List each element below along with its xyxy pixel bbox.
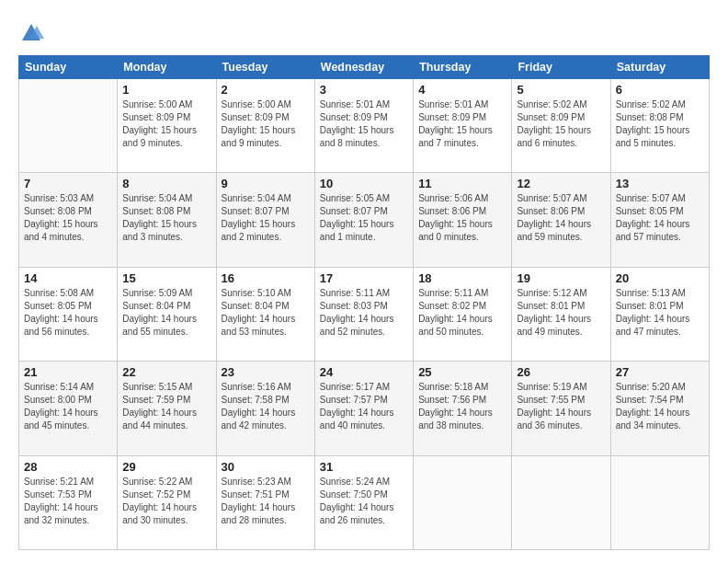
cell-info: Sunrise: 5:09 AMSunset: 8:04 PMDaylight:… (122, 287, 210, 339)
cell-info: Sunrise: 5:00 AMSunset: 8:09 PMDaylight:… (222, 98, 310, 150)
day-number: 19 (517, 271, 605, 285)
calendar-cell: 4Sunrise: 5:01 AMSunset: 8:09 PMDaylight… (414, 79, 512, 173)
calendar-cell (414, 455, 512, 549)
calendar-cell: 22Sunrise: 5:15 AMSunset: 7:59 PMDayligh… (118, 362, 216, 455)
calendar-cell: 16Sunrise: 5:10 AMSunset: 8:04 PMDayligh… (216, 267, 314, 361)
cell-info: Sunrise: 5:10 AMSunset: 8:04 PMDaylight:… (222, 287, 310, 339)
calendar-day-header: Friday (512, 56, 610, 79)
day-number: 3 (320, 83, 408, 97)
day-number: 26 (517, 365, 605, 379)
day-number: 29 (122, 460, 210, 474)
calendar-cell: 20Sunrise: 5:13 AMSunset: 8:01 PMDayligh… (610, 267, 709, 361)
day-number: 23 (222, 365, 310, 379)
calendar-week-row: 28Sunrise: 5:21 AMSunset: 7:53 PMDayligh… (19, 455, 710, 549)
day-number: 5 (517, 83, 605, 97)
calendar-day-header: Sunday (19, 56, 118, 79)
calendar-cell: 7Sunrise: 5:03 AMSunset: 8:08 PMDaylight… (19, 173, 118, 267)
cell-info: Sunrise: 5:16 AMSunset: 7:58 PMDaylight:… (222, 381, 310, 432)
calendar-cell: 8Sunrise: 5:04 AMSunset: 8:08 PMDaylight… (118, 173, 216, 267)
calendar-cell: 21Sunrise: 5:14 AMSunset: 8:00 PMDayligh… (19, 362, 118, 455)
calendar-cell: 30Sunrise: 5:23 AMSunset: 7:51 PMDayligh… (216, 455, 314, 549)
day-number: 30 (222, 460, 310, 474)
calendar-day-header: Tuesday (216, 56, 314, 79)
calendar-cell: 11Sunrise: 5:06 AMSunset: 8:06 PMDayligh… (414, 173, 512, 267)
cell-info: Sunrise: 5:12 AMSunset: 8:01 PMDaylight:… (517, 287, 605, 339)
day-number: 15 (122, 271, 210, 285)
cell-info: Sunrise: 5:23 AMSunset: 7:51 PMDaylight:… (222, 476, 310, 527)
cell-info: Sunrise: 5:02 AMSunset: 8:08 PMDaylight:… (616, 98, 704, 150)
day-number: 16 (222, 271, 310, 285)
cell-info: Sunrise: 5:21 AMSunset: 7:53 PMDaylight:… (24, 476, 112, 527)
logo (18, 20, 46, 46)
day-number: 7 (24, 177, 112, 190)
day-number: 8 (122, 177, 210, 190)
calendar-cell: 10Sunrise: 5:05 AMSunset: 8:07 PMDayligh… (314, 173, 413, 267)
day-number: 20 (616, 271, 704, 285)
cell-info: Sunrise: 5:07 AMSunset: 8:06 PMDaylight:… (517, 192, 605, 244)
day-number: 28 (24, 460, 112, 474)
day-number: 11 (418, 177, 506, 190)
calendar-day-header: Monday (118, 56, 216, 79)
cell-info: Sunrise: 5:01 AMSunset: 8:09 PMDaylight:… (320, 98, 408, 150)
calendar-week-row: 14Sunrise: 5:08 AMSunset: 8:05 PMDayligh… (19, 267, 710, 361)
calendar-week-row: 21Sunrise: 5:14 AMSunset: 8:00 PMDayligh… (19, 362, 710, 455)
day-number: 4 (418, 83, 506, 97)
day-number: 12 (517, 177, 605, 190)
calendar-cell (512, 455, 610, 549)
cell-info: Sunrise: 5:20 AMSunset: 7:54 PMDaylight:… (616, 381, 704, 432)
cell-info: Sunrise: 5:01 AMSunset: 8:09 PMDaylight:… (418, 98, 506, 150)
cell-info: Sunrise: 5:04 AMSunset: 8:08 PMDaylight:… (122, 192, 210, 244)
calendar-cell: 3Sunrise: 5:01 AMSunset: 8:09 PMDaylight… (314, 79, 413, 173)
calendar-cell: 6Sunrise: 5:02 AMSunset: 8:08 PMDaylight… (610, 79, 709, 173)
cell-info: Sunrise: 5:02 AMSunset: 8:09 PMDaylight:… (517, 98, 605, 150)
calendar-cell: 17Sunrise: 5:11 AMSunset: 8:03 PMDayligh… (314, 267, 413, 361)
day-number: 21 (24, 365, 112, 379)
calendar-day-header: Saturday (610, 56, 709, 79)
calendar-cell: 29Sunrise: 5:22 AMSunset: 7:52 PMDayligh… (118, 455, 216, 549)
day-number: 31 (320, 460, 408, 474)
calendar-cell: 1Sunrise: 5:00 AMSunset: 8:09 PMDaylight… (118, 79, 216, 173)
calendar-cell: 28Sunrise: 5:21 AMSunset: 7:53 PMDayligh… (19, 455, 118, 549)
day-number: 6 (616, 83, 704, 97)
day-number: 2 (222, 83, 310, 97)
calendar-week-row: 7Sunrise: 5:03 AMSunset: 8:08 PMDaylight… (19, 173, 710, 267)
day-number: 17 (320, 271, 408, 285)
calendar-cell (19, 79, 118, 173)
calendar-cell: 24Sunrise: 5:17 AMSunset: 7:57 PMDayligh… (314, 362, 413, 455)
calendar-cell: 12Sunrise: 5:07 AMSunset: 8:06 PMDayligh… (512, 173, 610, 267)
logo-icon (18, 20, 44, 46)
cell-info: Sunrise: 5:03 AMSunset: 8:08 PMDaylight:… (24, 192, 112, 244)
calendar-table: SundayMondayTuesdayWednesdayThursdayFrid… (18, 55, 710, 550)
cell-info: Sunrise: 5:14 AMSunset: 8:00 PMDaylight:… (24, 381, 112, 432)
calendar-cell: 18Sunrise: 5:11 AMSunset: 8:02 PMDayligh… (414, 267, 512, 361)
cell-info: Sunrise: 5:08 AMSunset: 8:05 PMDaylight:… (24, 287, 112, 339)
cell-info: Sunrise: 5:15 AMSunset: 7:59 PMDaylight:… (122, 381, 210, 432)
day-number: 14 (24, 271, 112, 285)
day-number: 18 (418, 271, 506, 285)
day-number: 1 (122, 83, 210, 97)
calendar-cell: 13Sunrise: 5:07 AMSunset: 8:05 PMDayligh… (610, 173, 709, 267)
calendar-cell: 26Sunrise: 5:19 AMSunset: 7:55 PMDayligh… (512, 362, 610, 455)
calendar-cell: 9Sunrise: 5:04 AMSunset: 8:07 PMDaylight… (216, 173, 314, 267)
calendar-cell: 15Sunrise: 5:09 AMSunset: 8:04 PMDayligh… (118, 267, 216, 361)
day-number: 13 (616, 177, 704, 190)
calendar-cell (610, 455, 709, 549)
day-number: 22 (122, 365, 210, 379)
day-number: 25 (418, 365, 506, 379)
page: SundayMondayTuesdayWednesdayThursdayFrid… (0, 0, 728, 563)
cell-info: Sunrise: 5:11 AMSunset: 8:02 PMDaylight:… (418, 287, 506, 339)
cell-info: Sunrise: 5:18 AMSunset: 7:56 PMDaylight:… (418, 381, 506, 432)
day-number: 24 (320, 365, 408, 379)
cell-info: Sunrise: 5:22 AMSunset: 7:52 PMDaylight:… (122, 476, 210, 527)
calendar-cell: 27Sunrise: 5:20 AMSunset: 7:54 PMDayligh… (610, 362, 709, 455)
cell-info: Sunrise: 5:17 AMSunset: 7:57 PMDaylight:… (320, 381, 408, 432)
cell-info: Sunrise: 5:13 AMSunset: 8:01 PMDaylight:… (616, 287, 704, 339)
cell-info: Sunrise: 5:07 AMSunset: 8:05 PMDaylight:… (616, 192, 704, 244)
calendar-cell: 25Sunrise: 5:18 AMSunset: 7:56 PMDayligh… (414, 362, 512, 455)
calendar-cell: 14Sunrise: 5:08 AMSunset: 8:05 PMDayligh… (19, 267, 118, 361)
header (18, 17, 710, 46)
calendar-header-row: SundayMondayTuesdayWednesdayThursdayFrid… (19, 56, 710, 79)
calendar-day-header: Thursday (414, 56, 512, 79)
calendar-cell: 2Sunrise: 5:00 AMSunset: 8:09 PMDaylight… (216, 79, 314, 173)
cell-info: Sunrise: 5:24 AMSunset: 7:50 PMDaylight:… (320, 476, 408, 527)
